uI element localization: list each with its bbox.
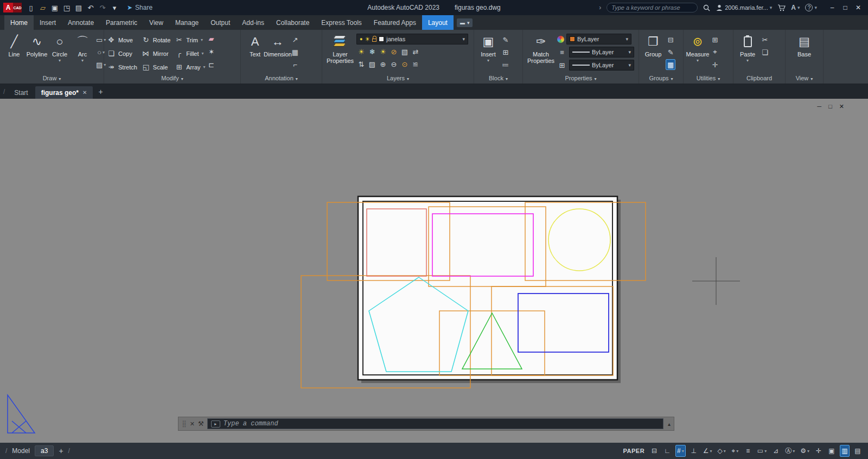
- circle-button[interactable]: ○Circle▾: [48, 31, 71, 74]
- cut-icon[interactable]: ✂: [760, 34, 770, 45]
- ribbon-tab-add-ins[interactable]: Add-ins: [236, 15, 270, 30]
- layer-freeze-icon[interactable]: ☀: [378, 46, 388, 57]
- drag-grip-icon[interactable]: ⣿: [182, 420, 187, 428]
- share-button[interactable]: ➤ Share: [127, 4, 152, 11]
- array-button[interactable]: ⊞Array▾: [175, 60, 205, 74]
- text-button[interactable]: AText: [244, 31, 266, 74]
- ribbon-tab-view[interactable]: View: [143, 15, 169, 30]
- lineweight-display-icon[interactable]: ≡: [743, 445, 753, 457]
- quick-view-layouts-icon[interactable]: ⊟: [649, 445, 659, 457]
- layout-tab-a3[interactable]: a3: [35, 445, 54, 456]
- layer-delete-icon[interactable]: ⊖: [389, 59, 399, 69]
- annotation-monitor-icon[interactable]: ✛: [814, 445, 824, 457]
- scale-button[interactable]: ◱Scale: [142, 60, 170, 74]
- paste-button[interactable]: Paste ▾: [736, 31, 759, 74]
- save-icon[interactable]: ▣: [50, 2, 60, 13]
- user-account-menu[interactable]: 2006.maria.fer... ▾: [716, 4, 772, 11]
- color-wheel-icon[interactable]: [557, 36, 564, 43]
- model-tab[interactable]: Model: [12, 447, 30, 455]
- drawing-canvas[interactable]: ─ □ ✕ ⣿ ✕ ⚒ ▸ ▴: [0, 99, 868, 443]
- snap-mode-icon[interactable]: #▾: [675, 445, 686, 457]
- lineweight-dropdown[interactable]: ByLayer ▾: [569, 47, 634, 58]
- layer-properties-button[interactable]: Layer Properties: [325, 31, 355, 74]
- search-box[interactable]: [607, 3, 698, 12]
- block-attributes-icon[interactable]: ≔: [501, 59, 510, 70]
- group-selection-icon[interactable]: ▦: [666, 59, 675, 70]
- match-properties-button[interactable]: ✑ Match Properties: [526, 31, 556, 74]
- linetype-dropdown[interactable]: ByLayer ▾: [569, 60, 634, 71]
- copy-button[interactable]: ❏Copy: [107, 47, 137, 60]
- mirror-button[interactable]: ⋈Mirror: [142, 47, 170, 60]
- panel-label-annotation[interactable]: Annotation▾: [241, 74, 322, 84]
- open-folder-icon[interactable]: ▱: [38, 2, 48, 13]
- selection-cycling-icon[interactable]: ▭▾: [756, 445, 768, 457]
- file-tab-document[interactable]: figuras geo* ✕: [35, 86, 93, 99]
- layer-unlock-icon[interactable]: ⊙: [400, 59, 410, 69]
- object-snap-icon[interactable]: ⌖▾: [730, 445, 740, 457]
- ortho-mode-icon[interactable]: ⊥: [689, 445, 699, 457]
- panel-label-draw[interactable]: Draw▾: [0, 74, 104, 84]
- new-file-icon[interactable]: ▯: [26, 2, 36, 13]
- ribbon-tab-home[interactable]: Home: [4, 15, 34, 30]
- file-tab-start[interactable]: Start: [8, 86, 34, 99]
- ribbon-tab-collaborate[interactable]: Collaborate: [270, 15, 315, 30]
- redo-icon[interactable]: ↷: [98, 2, 107, 13]
- rotate-button[interactable]: ↻Rotate: [142, 33, 170, 47]
- customize-icon[interactable]: ▤: [853, 445, 863, 457]
- qat-more-icon[interactable]: ▾: [110, 2, 119, 13]
- copy-clip-icon[interactable]: ❏: [760, 47, 770, 58]
- line-button[interactable]: ╱Line: [3, 31, 25, 74]
- layer-states-icon[interactable]: ≌: [411, 59, 420, 69]
- leader-tool-icon[interactable]: ↗: [290, 34, 300, 45]
- layer-previous-icon[interactable]: ⇄: [411, 46, 420, 57]
- panel-label-modify[interactable]: Modify▾: [104, 74, 240, 84]
- panel-label-block[interactable]: Block▾: [474, 74, 522, 84]
- edit-block-icon[interactable]: ✎: [501, 34, 510, 45]
- trim-button[interactable]: ✂Trim▾: [175, 33, 205, 47]
- close-tab-icon[interactable]: ✕: [82, 90, 87, 95]
- maximize-button[interactable]: □: [839, 4, 852, 11]
- quick-select-icon[interactable]: ✛: [710, 59, 720, 70]
- group-button[interactable]: ❐ Group: [642, 31, 665, 74]
- dimension-button[interactable]: ↔Dimension: [266, 31, 289, 74]
- explode-button-icon[interactable]: ✶: [207, 46, 216, 57]
- ribbon-tab-express-tools[interactable]: Express Tools: [315, 15, 367, 30]
- erase-button-icon[interactable]: ▰: [207, 33, 216, 44]
- paper-space-toggle[interactable]: PAPER: [623, 448, 645, 454]
- polyline-button[interactable]: ∿Polyline: [25, 31, 48, 74]
- layer-match-icon[interactable]: ▧: [400, 46, 410, 57]
- polar-tracking-icon[interactable]: ∠▾: [702, 445, 713, 457]
- ribbon-tab-manage[interactable]: Manage: [169, 15, 205, 30]
- offset-button-icon[interactable]: ⊏: [207, 59, 216, 70]
- isolate-objects-icon[interactable]: ▣: [827, 445, 837, 457]
- ribbon-tab-layout[interactable]: Layout: [422, 15, 454, 30]
- panel-label-clipboard[interactable]: Clipboard: [733, 74, 785, 84]
- annotation-visibility-icon[interactable]: Ⓐ▾: [784, 445, 796, 457]
- cart-icon[interactable]: [777, 4, 786, 11]
- drawing-minimize-icon[interactable]: ─: [817, 103, 821, 110]
- command-history-toggle-icon[interactable]: ▴: [668, 421, 671, 427]
- create-block-icon[interactable]: ⊞: [501, 47, 510, 58]
- chevron-right-icon[interactable]: ›: [599, 4, 601, 11]
- ribbon-tab-parametric[interactable]: Parametric: [100, 15, 143, 30]
- close-command-icon[interactable]: ✕: [190, 420, 195, 428]
- measure-button[interactable]: ⊚ Measure ▾: [686, 31, 709, 74]
- stretch-button[interactable]: ↠Stretch: [107, 60, 137, 74]
- panel-label-properties[interactable]: Properties▾: [523, 74, 639, 84]
- graphics-performance-icon[interactable]: ▥: [840, 445, 850, 457]
- ungroup-icon[interactable]: ⊟: [666, 34, 675, 45]
- help-menu[interactable]: ? ▾: [805, 4, 817, 11]
- search-input[interactable]: [611, 4, 693, 11]
- layer-vp-freeze-icon[interactable]: ▨: [367, 59, 377, 69]
- grid-display-icon[interactable]: ∟: [662, 445, 672, 457]
- panel-label-groups[interactable]: Groups▾: [639, 74, 683, 84]
- undo-icon[interactable]: ↶: [86, 2, 95, 13]
- ribbon-tab-insert[interactable]: Insert: [34, 15, 62, 30]
- isodraft-icon[interactable]: ◇▾: [717, 445, 727, 457]
- layer-merge-icon[interactable]: ⊕: [378, 59, 388, 69]
- save-as-icon[interactable]: ◳: [62, 2, 72, 13]
- dim-style-icon[interactable]: ⌐: [290, 59, 300, 70]
- panel-label-utilities[interactable]: Utilities▾: [684, 74, 733, 84]
- new-layout-button[interactable]: +: [59, 447, 63, 455]
- workspace-switch-icon[interactable]: ⚙▾: [799, 445, 810, 457]
